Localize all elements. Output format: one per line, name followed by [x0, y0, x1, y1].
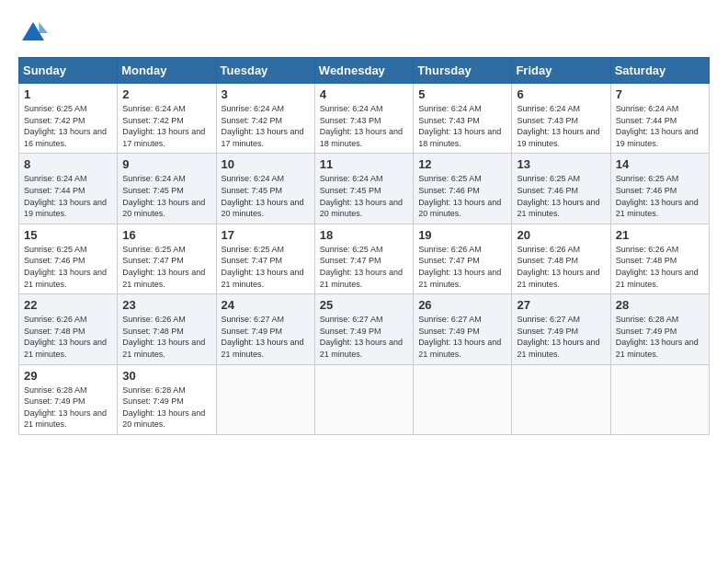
day-info: Sunrise: 6:25 AM Sunset: 7:42 PM Dayligh… [24, 103, 112, 149]
day-cell: 19 Sunrise: 6:26 AM Sunset: 7:47 PM Dayl… [414, 224, 512, 293]
day-info: Sunrise: 6:27 AM Sunset: 7:49 PM Dayligh… [517, 314, 605, 360]
day-cell: 25 Sunrise: 6:27 AM Sunset: 7:49 PM Dayl… [314, 294, 413, 364]
day-number: 24 [222, 298, 310, 312]
day-number: 15 [24, 228, 112, 242]
day-number: 29 [24, 369, 112, 383]
day-cell: 4 Sunrise: 6:24 AM Sunset: 7:43 PM Dayli… [314, 84, 413, 154]
day-number: 17 [222, 228, 310, 242]
day-cell: 22 Sunrise: 6:26 AM Sunset: 7:48 PM Dayl… [19, 294, 118, 364]
day-number: 20 [517, 228, 605, 242]
day-info: Sunrise: 6:27 AM Sunset: 7:49 PM Dayligh… [222, 314, 310, 360]
day-cell: 9 Sunrise: 6:24 AM Sunset: 7:45 PM Dayli… [118, 154, 216, 224]
day-number: 5 [418, 87, 506, 101]
day-info: Sunrise: 6:24 AM Sunset: 7:45 PM Dayligh… [122, 173, 210, 219]
day-info: Sunrise: 6:25 AM Sunset: 7:46 PM Dayligh… [517, 173, 605, 219]
day-info: Sunrise: 6:24 AM Sunset: 7:44 PM Dayligh… [616, 103, 704, 149]
logo [18, 18, 51, 48]
day-info: Sunrise: 6:28 AM Sunset: 7:49 PM Dayligh… [24, 385, 112, 431]
header-sunday: Sunday [19, 58, 118, 84]
day-cell: 21 Sunrise: 6:26 AM Sunset: 7:48 PM Dayl… [610, 224, 709, 293]
day-cell: 14 Sunrise: 6:25 AM Sunset: 7:46 PM Dayl… [610, 154, 709, 224]
day-info: Sunrise: 6:26 AM Sunset: 7:48 PM Dayligh… [24, 314, 112, 360]
day-cell: 18 Sunrise: 6:25 AM Sunset: 7:47 PM Dayl… [314, 224, 413, 293]
day-info: Sunrise: 6:25 AM Sunset: 7:46 PM Dayligh… [24, 244, 112, 290]
day-info: Sunrise: 6:24 AM Sunset: 7:44 PM Dayligh… [24, 173, 112, 219]
day-info: Sunrise: 6:25 AM Sunset: 7:47 PM Dayligh… [222, 244, 310, 290]
day-number: 12 [418, 157, 506, 171]
day-cell: 16 Sunrise: 6:25 AM Sunset: 7:47 PM Dayl… [118, 224, 216, 293]
header-friday: Friday [512, 58, 610, 84]
day-number: 14 [616, 157, 704, 171]
day-info: Sunrise: 6:25 AM Sunset: 7:47 PM Dayligh… [320, 244, 408, 290]
day-number: 16 [122, 228, 210, 242]
day-info: Sunrise: 6:24 AM Sunset: 7:42 PM Dayligh… [222, 103, 310, 149]
day-info: Sunrise: 6:26 AM Sunset: 7:47 PM Dayligh… [418, 244, 506, 290]
day-cell: 5 Sunrise: 6:24 AM Sunset: 7:43 PM Dayli… [414, 84, 512, 154]
week-row-5: 29 Sunrise: 6:28 AM Sunset: 7:49 PM Dayl… [19, 364, 710, 434]
logo-icon [18, 18, 48, 48]
day-cell: 13 Sunrise: 6:25 AM Sunset: 7:46 PM Dayl… [512, 154, 610, 224]
day-number: 26 [418, 298, 506, 312]
day-cell: 17 Sunrise: 6:25 AM Sunset: 7:47 PM Dayl… [216, 224, 314, 293]
calendar-header-row: SundayMondayTuesdayWednesdayThursdayFrid… [19, 58, 710, 84]
day-cell: 29 Sunrise: 6:28 AM Sunset: 7:49 PM Dayl… [19, 364, 118, 434]
day-number: 8 [24, 157, 112, 171]
day-info: Sunrise: 6:24 AM Sunset: 7:42 PM Dayligh… [122, 103, 210, 149]
day-cell: 12 Sunrise: 6:25 AM Sunset: 7:46 PM Dayl… [414, 154, 512, 224]
day-number: 4 [320, 87, 408, 101]
header [18, 18, 710, 48]
day-cell: 8 Sunrise: 6:24 AM Sunset: 7:44 PM Dayli… [19, 154, 118, 224]
day-cell: 6 Sunrise: 6:24 AM Sunset: 7:43 PM Dayli… [512, 84, 610, 154]
day-cell: 2 Sunrise: 6:24 AM Sunset: 7:42 PM Dayli… [118, 84, 216, 154]
day-number: 22 [24, 298, 112, 312]
header-tuesday: Tuesday [216, 58, 314, 84]
header-thursday: Thursday [414, 58, 512, 84]
day-number: 1 [24, 87, 112, 101]
day-cell [414, 364, 512, 434]
day-cell [314, 364, 413, 434]
week-row-4: 22 Sunrise: 6:26 AM Sunset: 7:48 PM Dayl… [19, 294, 710, 364]
day-cell: 7 Sunrise: 6:24 AM Sunset: 7:44 PM Dayli… [610, 84, 709, 154]
day-number: 19 [418, 228, 506, 242]
header-wednesday: Wednesday [314, 58, 413, 84]
day-info: Sunrise: 6:24 AM Sunset: 7:45 PM Dayligh… [222, 173, 310, 219]
day-number: 11 [320, 157, 408, 171]
day-info: Sunrise: 6:24 AM Sunset: 7:43 PM Dayligh… [320, 103, 408, 149]
day-cell: 1 Sunrise: 6:25 AM Sunset: 7:42 PM Dayli… [19, 84, 118, 154]
day-cell: 3 Sunrise: 6:24 AM Sunset: 7:42 PM Dayli… [216, 84, 314, 154]
header-saturday: Saturday [610, 58, 709, 84]
day-info: Sunrise: 6:24 AM Sunset: 7:45 PM Dayligh… [320, 173, 408, 219]
calendar: SundayMondayTuesdayWednesdayThursdayFrid… [18, 57, 710, 435]
day-number: 28 [616, 298, 704, 312]
day-info: Sunrise: 6:28 AM Sunset: 7:49 PM Dayligh… [616, 314, 704, 360]
day-info: Sunrise: 6:27 AM Sunset: 7:49 PM Dayligh… [418, 314, 506, 360]
day-number: 21 [616, 228, 704, 242]
day-cell: 15 Sunrise: 6:25 AM Sunset: 7:46 PM Dayl… [19, 224, 118, 293]
header-monday: Monday [118, 58, 216, 84]
day-number: 6 [517, 87, 605, 101]
day-cell: 24 Sunrise: 6:27 AM Sunset: 7:49 PM Dayl… [216, 294, 314, 364]
day-cell [216, 364, 314, 434]
day-cell: 23 Sunrise: 6:26 AM Sunset: 7:48 PM Dayl… [118, 294, 216, 364]
week-row-2: 8 Sunrise: 6:24 AM Sunset: 7:44 PM Dayli… [19, 154, 710, 224]
day-number: 23 [122, 298, 210, 312]
day-cell: 27 Sunrise: 6:27 AM Sunset: 7:49 PM Dayl… [512, 294, 610, 364]
day-cell: 11 Sunrise: 6:24 AM Sunset: 7:45 PM Dayl… [314, 154, 413, 224]
day-number: 25 [320, 298, 408, 312]
day-cell: 10 Sunrise: 6:24 AM Sunset: 7:45 PM Dayl… [216, 154, 314, 224]
day-info: Sunrise: 6:24 AM Sunset: 7:43 PM Dayligh… [517, 103, 605, 149]
day-info: Sunrise: 6:25 AM Sunset: 7:46 PM Dayligh… [418, 173, 506, 219]
day-cell [512, 364, 610, 434]
day-info: Sunrise: 6:27 AM Sunset: 7:49 PM Dayligh… [320, 314, 408, 360]
day-number: 18 [320, 228, 408, 242]
day-cell [610, 364, 709, 434]
day-number: 9 [122, 157, 210, 171]
day-number: 13 [517, 157, 605, 171]
day-cell: 20 Sunrise: 6:26 AM Sunset: 7:48 PM Dayl… [512, 224, 610, 293]
day-cell: 26 Sunrise: 6:27 AM Sunset: 7:49 PM Dayl… [414, 294, 512, 364]
day-info: Sunrise: 6:25 AM Sunset: 7:47 PM Dayligh… [122, 244, 210, 290]
day-cell: 30 Sunrise: 6:28 AM Sunset: 7:49 PM Dayl… [118, 364, 216, 434]
day-number: 27 [517, 298, 605, 312]
day-number: 3 [222, 87, 310, 101]
day-info: Sunrise: 6:25 AM Sunset: 7:46 PM Dayligh… [616, 173, 704, 219]
